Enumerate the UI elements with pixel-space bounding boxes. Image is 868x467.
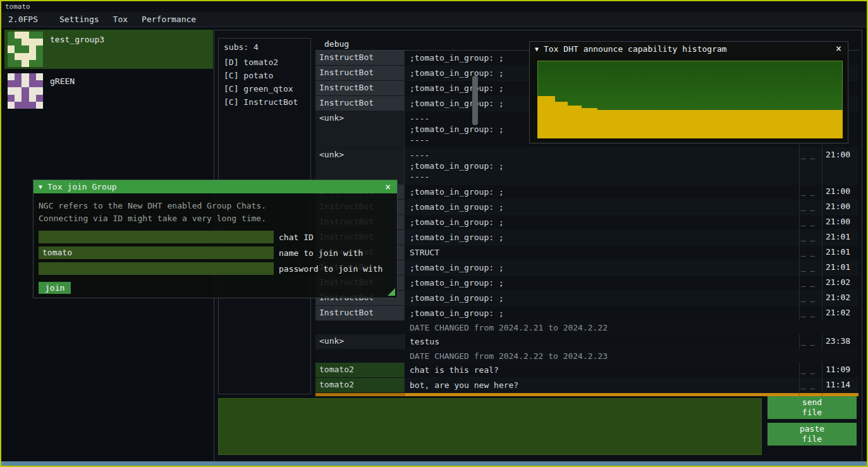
chat-row[interactable]: InstructBot;tomato_in_group: ;_ _21:02 (315, 306, 859, 321)
group-avatar (8, 73, 43, 109)
message-time: 21:01 (822, 230, 859, 245)
close-icon[interactable]: × (384, 181, 392, 193)
join-description: NGC refers to the New DHT enabled Group … (34, 193, 397, 227)
paste-file-button[interactable]: paste file (767, 423, 857, 446)
join-group-window: ▼ Tox join Group × NGC refers to the New… (33, 179, 398, 298)
window-titlebar[interactable]: tomato (1, 1, 867, 12)
field-label: password to join with (279, 264, 382, 274)
message-status: _ _ (799, 260, 822, 275)
message-text: ;tomato_in_group: ; (404, 215, 799, 229)
message-text: ;tomato_in_group: ; (404, 291, 799, 305)
message-status: _ _ (799, 306, 822, 320)
window-title: tomato (5, 3, 30, 11)
message-text: testus (404, 334, 799, 349)
resize-grip[interactable] (388, 288, 395, 296)
join-button[interactable]: join (39, 282, 71, 294)
group-item-gREEN[interactable]: gREEN (4, 71, 213, 111)
group-avatar (8, 32, 43, 67)
menubar: 2.0FPSSettingsToxPerformance (1, 12, 867, 27)
message-status: _ _ (799, 363, 822, 377)
sub-item[interactable]: [D] tomato2 (219, 56, 310, 69)
message-status: _ _ (799, 200, 822, 214)
subs-header: subs: 4 (219, 39, 310, 56)
collapse-arrow-icon[interactable]: ▼ (535, 45, 539, 52)
message-sender: <unk> (315, 111, 404, 147)
message-sender: InstructBot (315, 393, 404, 396)
message-text: ;tomato_in_group: ; (404, 185, 799, 199)
sub-item[interactable]: [C] potato (219, 69, 310, 82)
message-text: bot, are you new here? (404, 378, 799, 392)
join-input-name-to-join-with[interactable]: tomato (39, 246, 274, 259)
message-time: 21:02 (822, 291, 859, 305)
message-text: ;tomato_in_group: ; (404, 230, 799, 245)
message-status: _ _ (799, 185, 822, 199)
join-field-row: chat ID (39, 231, 392, 243)
close-icon[interactable]: × (834, 43, 843, 54)
chat-row[interactable]: tomato2bot, are you new here?_ _11:14 (315, 378, 859, 393)
menu-item-tox[interactable]: Tox (106, 13, 135, 26)
message-text: ;tomato_in_group: ; (404, 276, 799, 290)
chat-row[interactable]: <unk>testus_ _23:38 (315, 334, 859, 349)
message-input[interactable] (218, 398, 762, 455)
chat-scrollbar[interactable] (472, 76, 478, 125)
field-label: name to join with (279, 248, 363, 258)
message-time: 21:01 (822, 245, 859, 260)
message-time: 21:02 (822, 306, 859, 320)
sidebar: test_group3gREEN (4, 30, 213, 113)
message-sender: InstructBot (315, 51, 404, 65)
message-status: _ _ (799, 276, 822, 290)
join-window-titlebar[interactable]: ▼ Tox join Group × (34, 180, 397, 193)
join-fields: chat IDtomatoname to join withpassword t… (34, 231, 397, 275)
message-text: ---- ;tomato_in_group: ; ---- (404, 148, 799, 184)
chat-row[interactable]: tomato2chat is this real?_ _11:09 (315, 363, 859, 378)
histogram-window: ▼ Tox DHT announce capability histogram … (529, 41, 848, 143)
field-label: chat ID (279, 233, 314, 242)
message-time: 21:00 (822, 200, 859, 214)
group-item-test_group3[interactable]: test_group3 (4, 30, 213, 69)
message-text: ;tomato_in_group: ; (404, 260, 799, 275)
message-time: 21:02 (822, 276, 859, 290)
message-time: 21:00 (822, 185, 859, 199)
message-text: chat is this real? (404, 363, 799, 377)
message-text: ;tomato_in_group: ; (404, 200, 799, 214)
message-status: _ _ (799, 148, 822, 184)
join-field-row: tomatoname to join with (39, 246, 392, 259)
message-sender: InstructBot (315, 306, 404, 320)
send-file-button[interactable]: send file (767, 396, 857, 419)
menu-item-performance[interactable]: Performance (135, 13, 203, 26)
message-time: 11:09 (822, 363, 859, 377)
message-sender: InstructBot (315, 66, 404, 80)
join-window-title: Tox join Group (47, 182, 379, 191)
sub-item[interactable]: [C] InstructBot (219, 95, 310, 109)
subs-list: [D] tomato2[C] potato[C] green_qtox[C] I… (219, 56, 310, 109)
join-description-line: Connecting via ID might take a very long… (39, 212, 392, 225)
sub-item[interactable]: [C] green_qtox (219, 82, 310, 95)
message-sender: <unk> (315, 334, 404, 349)
histogram-window-titlebar[interactable]: ▼ Tox DHT announce capability histogram … (530, 42, 848, 56)
message-status: _ _ (799, 215, 822, 229)
message-status: _ _ (799, 378, 822, 392)
message-sender: tomato2 (315, 378, 404, 392)
message-text: STRUCT (404, 245, 799, 260)
histogram-window-title: Tox DHT announce capability histogram (544, 44, 829, 54)
date-separator: DATE CHANGED from 2024.2.22 to 2024.2.23 (315, 349, 859, 363)
message-status: _ _ (799, 245, 822, 260)
bottom-resize-edge[interactable] (1, 461, 867, 466)
tab-debug[interactable]: debug (315, 38, 358, 50)
message-time: 11:14 (822, 378, 859, 392)
join-input-password-to-join-with[interactable] (39, 262, 274, 275)
join-input-chat-ID[interactable] (39, 231, 274, 243)
message-sender: InstructBot (315, 81, 404, 95)
message-status: _ _ (799, 291, 822, 305)
app-window: tomato 2.0FPSSettingsToxPerformance test… (0, 0, 868, 467)
message-time: 21:00 (822, 148, 859, 184)
message-time: 21:01 (822, 260, 859, 275)
group-name: gREEN (50, 76, 75, 86)
message-status: _ _ (799, 230, 822, 245)
message-sender: <unk> (315, 148, 404, 184)
join-field-row: password to join with (39, 262, 392, 275)
message-status: _ _ (799, 334, 822, 349)
menu-item-settings[interactable]: Settings (52, 13, 106, 26)
collapse-arrow-icon[interactable]: ▼ (39, 183, 42, 190)
message-time: 21:00 (822, 215, 859, 229)
